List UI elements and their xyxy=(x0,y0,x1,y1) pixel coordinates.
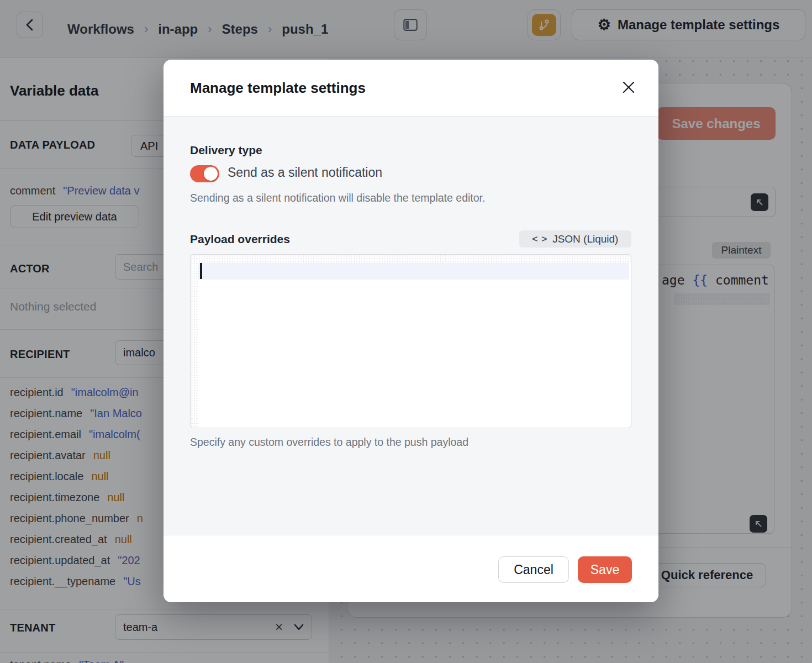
payload-overrides-editor[interactable] xyxy=(190,254,631,428)
close-icon xyxy=(621,80,636,94)
close-button[interactable] xyxy=(620,78,637,96)
code-brackets-icon: < > xyxy=(532,234,548,245)
delivery-type-heading: Delivery type xyxy=(190,144,262,157)
text-cursor xyxy=(200,263,202,279)
editor-texture xyxy=(191,255,631,262)
editor-texture xyxy=(191,255,198,428)
silent-notification-toggle[interactable] xyxy=(190,165,219,182)
modal-footer: Cancel Save xyxy=(164,535,658,602)
toggle-knob xyxy=(204,167,218,181)
cancel-button[interactable]: Cancel xyxy=(498,556,569,583)
modal-title: Manage template settings xyxy=(190,80,366,97)
payload-overrides-heading: Payload overrides xyxy=(190,233,290,246)
modal-body: Delivery type Send as a silent notificat… xyxy=(164,117,658,535)
manage-template-settings-modal: Manage template settings Delivery type S… xyxy=(164,60,658,602)
save-button[interactable]: Save xyxy=(578,556,632,583)
json-liquid-chip: < > JSON (Liquid) xyxy=(519,230,631,248)
json-liquid-label: JSON (Liquid) xyxy=(552,233,618,245)
payload-helper-text: Specify any custom overrides to apply to… xyxy=(190,436,468,449)
silent-notification-label: Send as a silent notification xyxy=(228,165,382,180)
delivery-caption: Sending as a silent notification will di… xyxy=(190,192,485,204)
active-line-highlight xyxy=(198,262,629,280)
